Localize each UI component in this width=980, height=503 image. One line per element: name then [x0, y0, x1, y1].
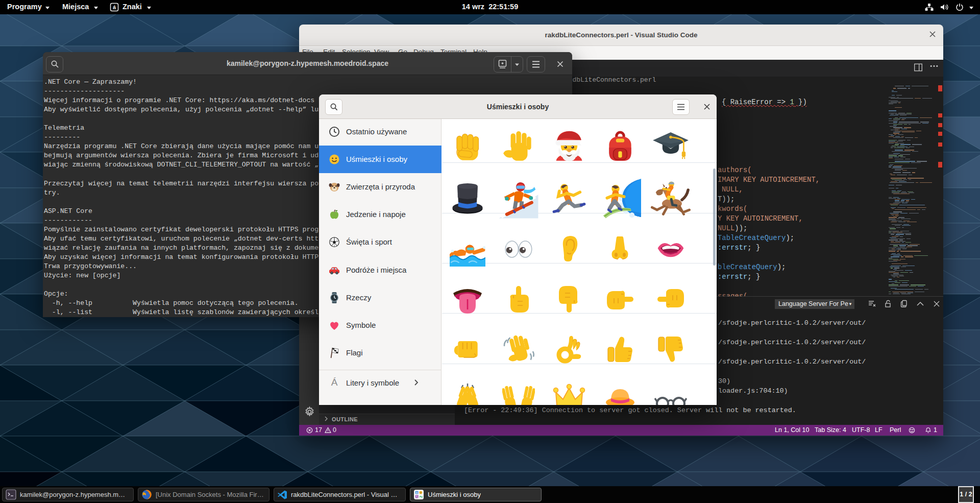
svg-text:A: A	[416, 491, 418, 494]
svg-text:人: 人	[415, 495, 419, 498]
svg-text:á: á	[113, 4, 116, 10]
